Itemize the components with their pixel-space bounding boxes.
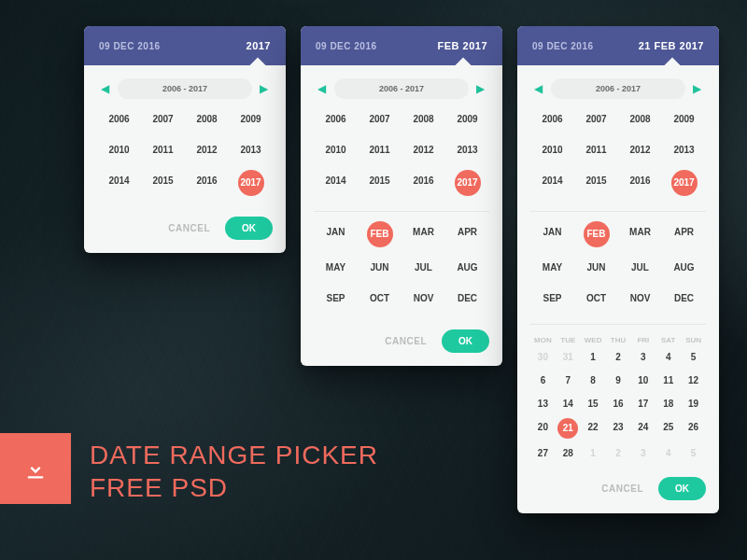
year-cell[interactable]: 2014 bbox=[97, 170, 141, 196]
month-cell[interactable]: OCT bbox=[574, 287, 618, 309]
year-cell[interactable]: 2006 bbox=[530, 108, 574, 130]
month-cell[interactable]: APR bbox=[445, 221, 489, 247]
month-cell[interactable]: JAN bbox=[530, 221, 574, 247]
month-cell[interactable]: NOV bbox=[402, 287, 445, 309]
year-cell[interactable]: 2012 bbox=[402, 139, 445, 161]
next-range-icon[interactable]: ▶ bbox=[476, 82, 486, 95]
year-cell[interactable]: 2011 bbox=[574, 139, 618, 161]
month-cell[interactable]: SEP bbox=[314, 287, 358, 309]
day-cell[interactable]: 7 bbox=[556, 371, 581, 389]
year-cell[interactable]: 2010 bbox=[314, 139, 358, 161]
month-cell[interactable]: MAY bbox=[314, 257, 358, 278]
year-cell[interactable]: 2009 bbox=[229, 108, 273, 130]
day-cell[interactable]: 14 bbox=[556, 395, 581, 413]
year-cell[interactable]: 2010 bbox=[97, 139, 141, 161]
month-cell[interactable]: MAR bbox=[618, 221, 662, 247]
year-cell[interactable]: 2006 bbox=[97, 108, 141, 130]
day-cell[interactable]: 4 bbox=[655, 348, 681, 366]
ok-button[interactable]: OK bbox=[658, 477, 706, 500]
day-cell[interactable]: 19 bbox=[681, 395, 706, 413]
year-cell[interactable]: 2008 bbox=[618, 108, 662, 130]
month-cell[interactable]: FEB bbox=[584, 221, 610, 247]
year-cell[interactable]: 2007 bbox=[141, 108, 185, 130]
day-cell[interactable]: 23 bbox=[606, 418, 631, 439]
day-cell[interactable]: 10 bbox=[630, 371, 655, 389]
year-range-pill[interactable]: 2006 - 2017 bbox=[551, 78, 685, 99]
day-cell[interactable]: 1 bbox=[581, 348, 606, 366]
day-cell[interactable]: 13 bbox=[530, 395, 556, 413]
year-cell[interactable]: 2009 bbox=[662, 108, 706, 130]
day-cell[interactable]: 6 bbox=[530, 371, 556, 389]
to-date-label[interactable]: FEB 2017 bbox=[437, 40, 487, 51]
day-cell[interactable]: 9 bbox=[606, 371, 631, 389]
month-cell[interactable]: DEC bbox=[445, 287, 489, 309]
year-cell[interactable]: 2015 bbox=[574, 170, 618, 196]
day-cell[interactable]: 20 bbox=[530, 418, 556, 439]
year-range-pill[interactable]: 2006 - 2017 bbox=[118, 78, 252, 99]
month-cell[interactable]: OCT bbox=[358, 287, 402, 309]
year-cell[interactable]: 2016 bbox=[185, 170, 229, 196]
from-date-label[interactable]: 09 DEC 2016 bbox=[316, 41, 437, 51]
prev-range-icon[interactable]: ◀ bbox=[101, 82, 110, 95]
year-cell[interactable]: 2017 bbox=[238, 170, 264, 196]
year-cell[interactable]: 2007 bbox=[574, 108, 618, 130]
day-cell[interactable]: 16 bbox=[606, 395, 631, 413]
month-cell[interactable]: JUL bbox=[402, 257, 445, 278]
next-range-icon[interactable]: ▶ bbox=[693, 82, 702, 95]
month-cell[interactable]: JAN bbox=[314, 221, 358, 247]
year-cell[interactable]: 2011 bbox=[141, 139, 185, 161]
to-date-label[interactable]: 2017 bbox=[247, 40, 271, 51]
cancel-button[interactable]: CANCEL bbox=[161, 217, 218, 240]
day-cell[interactable]: 24 bbox=[630, 418, 655, 439]
day-cell[interactable]: 22 bbox=[581, 418, 606, 439]
day-cell[interactable]: 5 bbox=[681, 348, 706, 366]
year-cell[interactable]: 2013 bbox=[445, 139, 489, 161]
month-cell[interactable]: APR bbox=[662, 221, 706, 247]
year-cell[interactable]: 2008 bbox=[402, 108, 445, 130]
month-cell[interactable]: NOV bbox=[618, 287, 662, 309]
year-cell[interactable]: 2016 bbox=[402, 170, 445, 196]
month-cell[interactable]: JUN bbox=[358, 257, 402, 278]
month-cell[interactable]: AUG bbox=[445, 257, 489, 278]
prev-range-icon[interactable]: ◀ bbox=[534, 82, 543, 95]
from-date-label[interactable]: 09 DEC 2016 bbox=[532, 41, 639, 51]
download-badge[interactable] bbox=[0, 433, 71, 504]
prev-range-icon[interactable]: ◀ bbox=[317, 82, 327, 95]
year-cell[interactable]: 2014 bbox=[530, 170, 574, 196]
day-cell[interactable]: 21 bbox=[557, 418, 578, 439]
month-cell[interactable]: FEB bbox=[367, 221, 393, 247]
year-range-pill[interactable]: 2006 - 2017 bbox=[334, 78, 469, 99]
day-cell[interactable]: 25 bbox=[655, 418, 681, 439]
month-cell[interactable]: AUG bbox=[662, 257, 706, 278]
year-cell[interactable]: 2016 bbox=[618, 170, 662, 196]
day-cell[interactable]: 11 bbox=[655, 371, 681, 389]
year-cell[interactable]: 2012 bbox=[618, 139, 662, 161]
day-cell[interactable]: 28 bbox=[556, 444, 581, 462]
year-cell[interactable]: 2013 bbox=[229, 139, 273, 161]
day-cell[interactable]: 8 bbox=[581, 371, 606, 389]
ok-button[interactable]: OK bbox=[225, 217, 273, 240]
next-range-icon[interactable]: ▶ bbox=[260, 82, 269, 95]
from-date-label[interactable]: 09 DEC 2016 bbox=[99, 41, 247, 51]
day-cell[interactable]: 18 bbox=[655, 395, 681, 413]
cancel-button[interactable]: CANCEL bbox=[594, 477, 651, 500]
month-cell[interactable]: DEC bbox=[662, 287, 706, 309]
year-cell[interactable]: 2011 bbox=[358, 139, 402, 161]
year-cell[interactable]: 2017 bbox=[671, 170, 698, 196]
year-cell[interactable]: 2014 bbox=[314, 170, 358, 196]
day-cell[interactable]: 12 bbox=[681, 371, 706, 389]
day-cell[interactable]: 26 bbox=[681, 418, 706, 439]
day-cell[interactable]: 3 bbox=[630, 348, 655, 366]
year-cell[interactable]: 2007 bbox=[358, 108, 402, 130]
year-cell[interactable]: 2008 bbox=[185, 108, 229, 130]
day-cell[interactable]: 15 bbox=[581, 395, 606, 413]
year-cell[interactable]: 2012 bbox=[185, 139, 229, 161]
day-cell[interactable]: 2 bbox=[606, 348, 631, 366]
day-cell[interactable]: 27 bbox=[530, 444, 556, 462]
month-cell[interactable]: MAR bbox=[402, 221, 445, 247]
year-cell[interactable]: 2013 bbox=[662, 139, 706, 161]
year-cell[interactable]: 2006 bbox=[314, 108, 358, 130]
year-cell[interactable]: 2010 bbox=[530, 139, 574, 161]
ok-button[interactable]: OK bbox=[442, 329, 489, 353]
month-cell[interactable]: JUN bbox=[574, 257, 618, 278]
